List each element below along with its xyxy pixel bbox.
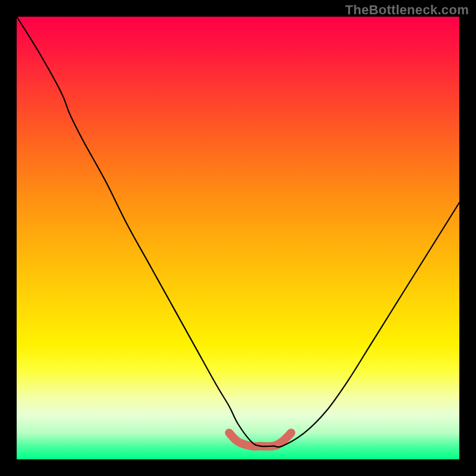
plot-area (17, 17, 459, 459)
sweet-spot-accent (229, 433, 291, 446)
watermark-text: TheBottleneck.com (345, 2, 469, 18)
chart-frame: TheBottleneck.com (0, 0, 476, 476)
curve-layer (17, 17, 459, 459)
bottleneck-curve (17, 17, 459, 447)
